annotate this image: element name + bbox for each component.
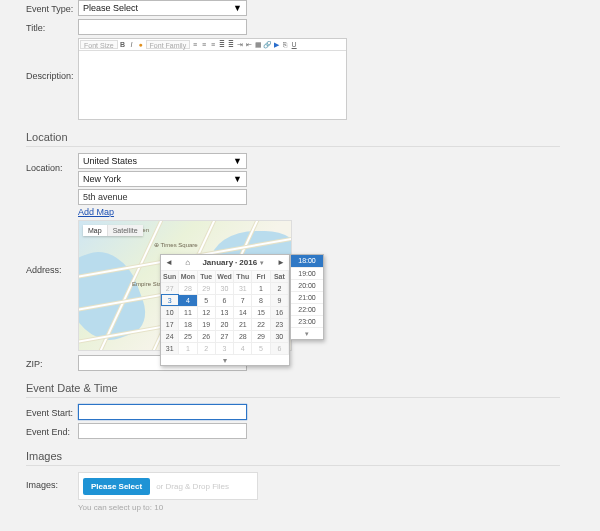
editor-body[interactable] [79,51,346,119]
state-select[interactable]: New York ▼ [78,171,247,187]
time-option[interactable]: 18:00 [291,255,323,267]
calendar-day[interactable]: 15 [252,306,270,318]
calendar-day[interactable]: 3 [161,294,179,306]
calendar-foot[interactable]: ▾ [161,354,289,365]
calendar-day[interactable]: 25 [179,330,197,342]
select-files-button[interactable]: Please Select [83,478,150,495]
calendar-day[interactable]: 27 [216,330,234,342]
calendar-day[interactable]: 24 [161,330,179,342]
calendar-day[interactable]: 29 [252,330,270,342]
date-picker[interactable]: ◄ ⌂ January · 2016 ► SunMonTueWedThuFriS… [160,254,290,366]
image-drop-area[interactable]: Please Select or Drag & Drop Files [78,472,258,500]
calendar-day[interactable]: 22 [252,318,270,330]
calendar-day[interactable]: 31 [234,282,252,294]
outdent-icon[interactable]: ⇤ [245,41,253,49]
event-type-label: Event Type: [26,0,78,14]
prev-month-icon[interactable]: ◄ [165,258,173,267]
map-type-satellite[interactable]: Satellite [107,225,143,236]
calendar-day[interactable]: 29 [198,282,216,294]
description-label: Description: [26,38,78,81]
calendar-day[interactable]: 10 [161,306,179,318]
calendar-day[interactable]: 26 [198,330,216,342]
time-option[interactable]: 22:00 [291,303,323,315]
calendar-day[interactable]: 21 [234,318,252,330]
address-label: Address: [26,220,78,275]
state-value: New York [83,174,121,184]
calendar-day[interactable]: 13 [216,306,234,318]
add-map-link[interactable]: Add Map [78,207,247,217]
calendar-day[interactable]: 6 [216,294,234,306]
calendar-day[interactable]: 9 [271,294,289,306]
list-ol-icon[interactable]: ≣ [227,41,235,49]
time-picker[interactable]: 18:0019:0020:0021:0022:0023:00▾ [290,254,324,340]
time-option[interactable]: 23:00 [291,315,323,327]
list-ul-icon[interactable]: ≣ [218,41,226,49]
home-icon[interactable]: ⌂ [185,258,190,267]
calendar-day[interactable]: 5 [252,342,270,354]
calendar-day[interactable]: 20 [216,318,234,330]
calendar-day[interactable]: 18 [179,318,197,330]
calendar-day[interactable]: 3 [216,342,234,354]
calendar-day[interactable]: 1 [252,282,270,294]
time-option[interactable]: 20:00 [291,279,323,291]
event-type-select[interactable]: Please Select ▼ [78,0,247,16]
font-family-select[interactable]: Font Family [146,40,191,49]
align-right-icon[interactable]: ≡ [209,41,217,49]
calendar-day[interactable]: 5 [198,294,216,306]
align-center-icon[interactable]: ≡ [200,41,208,49]
day-header: Tue [198,270,216,282]
color-icon[interactable]: ● [137,41,145,49]
day-header: Thu [234,270,252,282]
day-header: Wed [216,270,234,282]
calendar-day[interactable]: 12 [198,306,216,318]
underline-icon[interactable]: U [290,41,298,49]
calendar-day[interactable]: 28 [234,330,252,342]
image-icon[interactable]: ▦ [254,41,262,49]
bold-icon[interactable]: B [119,41,127,49]
time-scroll-down-icon[interactable]: ▾ [291,327,323,339]
map-type-map[interactable]: Map [83,225,107,236]
map-type-toggle[interactable]: Map Satellite [83,225,143,236]
next-month-icon[interactable]: ► [277,258,285,267]
images-hint: You can select up to: 10 [78,500,258,512]
time-option[interactable]: 19:00 [291,267,323,279]
font-size-select[interactable]: Font Size [80,40,118,49]
day-header: Sat [271,270,289,282]
calendar-day[interactable]: 2 [198,342,216,354]
calendar-day[interactable]: 7 [234,294,252,306]
media-icon[interactable]: ▶ [272,41,280,49]
month-select[interactable]: January [202,258,233,267]
calendar-day[interactable]: 16 [271,306,289,318]
calendar-day[interactable]: 8 [252,294,270,306]
calendar-day[interactable]: 6 [271,342,289,354]
calendar-day[interactable]: 23 [271,318,289,330]
calendar-day[interactable]: 30 [271,330,289,342]
country-select[interactable]: United States ▼ [78,153,247,169]
calendar-day[interactable]: 30 [216,282,234,294]
align-left-icon[interactable]: ≡ [191,41,199,49]
street-input[interactable] [78,189,247,205]
indent-icon[interactable]: ⇥ [236,41,244,49]
title-input[interactable] [78,19,247,35]
calendar-day[interactable]: 31 [161,342,179,354]
time-option[interactable]: 21:00 [291,291,323,303]
calendar-day[interactable]: 28 [179,282,197,294]
event-start-input[interactable] [78,404,247,420]
description-editor[interactable]: Font Size B I ● Font Family ≡ ≡ ≡ ≣ ≣ ⇥ … [78,38,347,120]
calendar-day[interactable]: 11 [179,306,197,318]
event-end-input[interactable] [78,423,247,439]
italic-icon[interactable]: I [128,41,136,49]
year-select[interactable]: 2016 [239,258,264,267]
calendar-day[interactable]: 14 [234,306,252,318]
calendar-day[interactable]: 4 [179,294,197,306]
calendar-day[interactable]: 2 [271,282,289,294]
source-icon[interactable]: ⎘ [281,41,289,49]
calendar-day[interactable]: 27 [161,282,179,294]
calendar-day[interactable]: 17 [161,318,179,330]
map-place-label: ⊕ Times Square [154,241,198,248]
calendar-day[interactable]: 1 [179,342,197,354]
calendar-day[interactable]: 19 [198,318,216,330]
event-type-value: Please Select [83,3,138,13]
link-icon[interactable]: 🔗 [263,41,271,49]
calendar-day[interactable]: 4 [234,342,252,354]
